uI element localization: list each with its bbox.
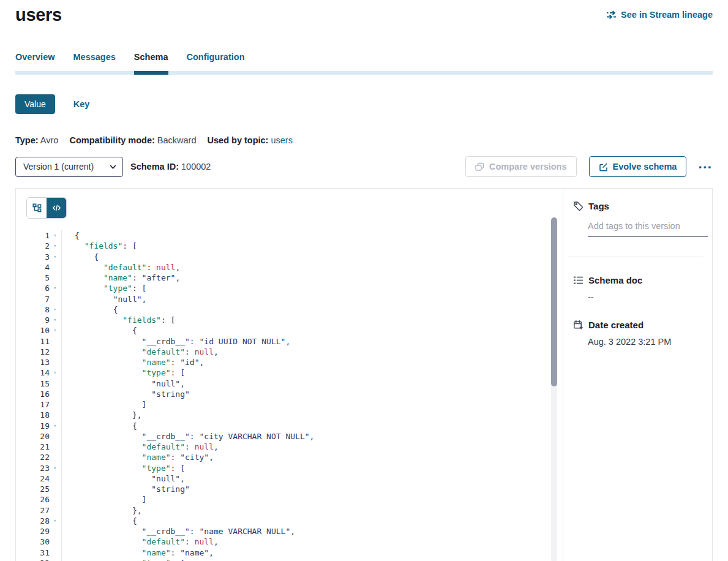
fold-marker-icon[interactable]: ▾ [50, 325, 62, 336]
type-label: Type: [15, 135, 39, 145]
code-text: "type": [ [62, 283, 146, 293]
line-number: 27 [26, 505, 50, 516]
code-text: "null", [62, 473, 185, 484]
version-select[interactable]: Version 1 (current) [15, 157, 123, 177]
line-number: 15 [26, 378, 50, 389]
evolve-schema-button[interactable]: Evolve schema [589, 156, 687, 177]
fold-marker-icon[interactable]: ▾ [50, 304, 62, 315]
date-created-heading: Date created [588, 320, 644, 330]
tab-schema[interactable]: Schema [134, 52, 168, 71]
line-number: 10 [26, 325, 50, 336]
schema-detail-panel: 1▾{2▾ "fields": [3▾ {4 "default": null,5… [15, 188, 713, 561]
tab-messages[interactable]: Messages [73, 52, 116, 71]
fold-gutter [50, 389, 62, 399]
line-number: 17 [26, 399, 50, 410]
tab-overview[interactable]: Overview [15, 52, 55, 71]
code-line: 10▾ { [26, 325, 563, 336]
schema-sidebar: Tags Schema doc -- [563, 189, 712, 561]
fold-marker-icon[interactable]: ▾ [50, 315, 62, 325]
code-text: "name": "id", [62, 357, 204, 367]
line-number: 21 [26, 442, 50, 452]
code-text: { [62, 252, 99, 262]
code-text: "name": "after", [62, 273, 180, 283]
schema-id-label: Schema ID: [130, 162, 179, 171]
fold-marker-icon[interactable]: ▾ [50, 367, 62, 378]
line-number: 23 [26, 463, 50, 473]
more-actions-button[interactable]: ••• [699, 162, 713, 171]
editor-scrollbar[interactable] [551, 217, 557, 561]
fold-gutter [50, 548, 62, 558]
code-line: 3▾ { [26, 252, 563, 262]
line-number: 26 [26, 494, 50, 505]
line-number: 11 [26, 336, 50, 347]
code-text: { [62, 516, 137, 526]
code-text: "default": null, [62, 347, 219, 357]
line-number: 7 [26, 294, 50, 304]
fold-gutter [50, 494, 62, 505]
code-line: 26 ] [26, 494, 563, 505]
code-view-button[interactable] [47, 198, 66, 218]
code-line: 1▾{ [26, 230, 563, 241]
fold-marker-icon[interactable]: ▾ [50, 283, 62, 293]
fold-marker-icon[interactable]: ▾ [50, 241, 62, 251]
stream-lineage-icon [606, 10, 617, 19]
fold-marker-icon[interactable]: ▾ [50, 252, 62, 262]
fold-gutter [50, 399, 62, 410]
code-text: }, [62, 505, 142, 516]
tree-view-button[interactable] [27, 198, 47, 218]
line-number: 13 [26, 357, 50, 367]
fold-marker-icon[interactable]: ▾ [50, 516, 62, 526]
date-created-value: Aug. 3 2022 3:21 PM [588, 337, 705, 347]
code-text: "type": [ [62, 558, 185, 561]
compare-versions-button[interactable]: Compare versions [465, 156, 577, 177]
code-line: 11 "__crdb__": "id UUID NOT NULL", [26, 336, 563, 347]
stream-lineage-link[interactable]: See in Stream lineage [606, 10, 713, 20]
line-number: 12 [26, 347, 50, 357]
code-line: 2▾ "fields": [ [26, 241, 563, 251]
compare-versions-icon [475, 162, 484, 171]
fold-gutter [50, 347, 62, 357]
sidebar-divider [568, 257, 704, 257]
code-line: 7 "null", [26, 294, 563, 304]
tag-icon [573, 201, 584, 211]
code-text: "__crdb__": "id UUID NOT NULL", [62, 336, 290, 347]
scrollbar-thumb[interactable] [551, 217, 557, 386]
key-tab-button[interactable]: Key [70, 99, 94, 110]
list-icon [573, 275, 584, 285]
code-text: "fields": [ [62, 315, 175, 325]
tab-configuration[interactable]: Configuration [186, 52, 244, 71]
edit-icon [599, 162, 608, 171]
code-text: { [62, 304, 118, 315]
code-line: 15 "null", [26, 378, 563, 389]
code-text: { [62, 325, 137, 336]
code-line: 13 "name": "id", [26, 357, 563, 367]
code-line: 12 "default": null, [26, 347, 563, 357]
code-text: "__crdb__": "name VARCHAR NULL", [62, 526, 295, 537]
value-tab-button[interactable]: Value [15, 94, 55, 114]
code-line: 23▾ "type": [ [26, 463, 563, 473]
fold-marker-icon[interactable]: ▾ [50, 463, 62, 473]
line-number: 20 [26, 431, 50, 442]
code-line: 30 "default": null, [26, 537, 563, 547]
fold-marker-icon[interactable]: ▾ [50, 230, 62, 241]
compatibility-label: Compatibility mode: [69, 135, 154, 145]
tags-heading: Tags [588, 201, 609, 211]
code-line: 17 ] [26, 399, 563, 410]
add-tags-input[interactable] [588, 221, 708, 237]
code-text: "__crdb__": "city VARCHAR NOT NULL", [62, 431, 314, 442]
code-line: 27 }, [26, 505, 563, 516]
code-text: { [62, 230, 80, 241]
fold-gutter [50, 452, 62, 462]
fold-marker-icon[interactable]: ▾ [50, 558, 62, 561]
code-text: { [62, 421, 137, 431]
line-number: 19 [26, 421, 50, 431]
topic-link[interactable]: users [271, 135, 292, 145]
tab-bar: OverviewMessagesSchemaConfiguration [15, 52, 713, 75]
line-number: 9 [26, 315, 50, 325]
compatibility-value: Backward [157, 135, 197, 145]
fold-gutter [50, 431, 62, 442]
value-key-toggle: Value Key [15, 94, 713, 114]
fold-gutter [50, 294, 62, 304]
code-text: "null", [62, 294, 146, 304]
fold-marker-icon[interactable]: ▾ [50, 421, 62, 431]
